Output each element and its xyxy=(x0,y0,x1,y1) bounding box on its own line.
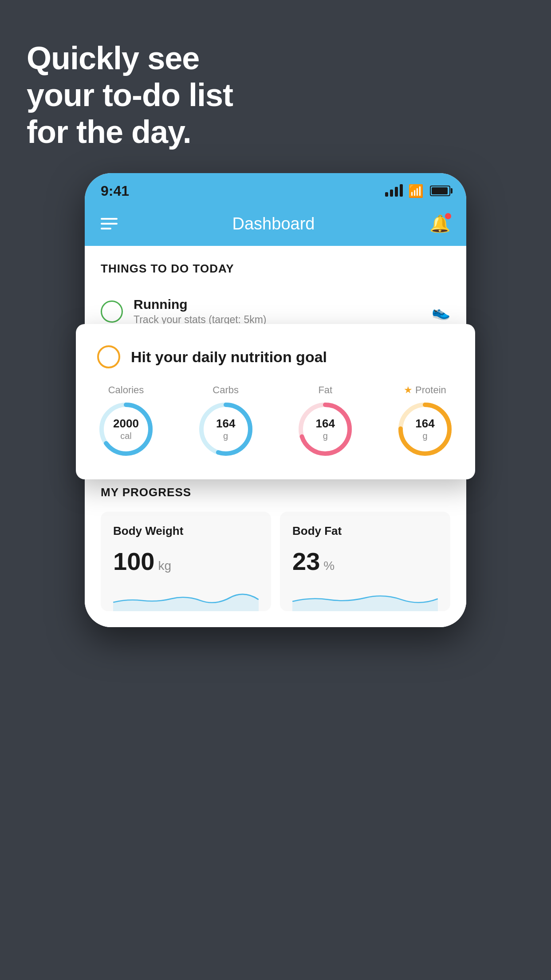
nutrition-card-title: Hit your daily nutrition goal xyxy=(131,348,327,366)
calories-value: 2000 xyxy=(113,417,139,431)
battery-icon xyxy=(430,186,450,196)
signal-icon xyxy=(385,185,403,197)
running-icon: 👟 xyxy=(432,303,450,320)
hero-line3: for the day. xyxy=(27,114,233,150)
hero-line1: Quickly see xyxy=(27,40,233,77)
hero-line2: your to-do list xyxy=(27,77,233,114)
carbs-label: Carbs xyxy=(213,384,239,396)
notification-bell-button[interactable]: 🔔 xyxy=(429,214,450,233)
calories-unit: cal xyxy=(120,431,132,441)
nutrition-circles-row: Calories 2000 cal Carbs xyxy=(97,384,454,458)
hero-text: Quickly see your to-do list for the day. xyxy=(27,40,233,150)
todo-check-circle xyxy=(101,300,123,323)
fat-label: Fat xyxy=(318,384,332,396)
nutrition-carbs: Carbs 164 g xyxy=(197,384,255,458)
todo-item-title: Running xyxy=(134,297,421,312)
body-weight-value: 100 xyxy=(113,547,154,576)
notification-dot xyxy=(445,213,451,219)
calories-label: Calories xyxy=(108,384,144,396)
body-fat-title: Body Fat xyxy=(292,524,438,538)
hamburger-menu-icon[interactable] xyxy=(101,218,118,229)
protein-value: 164 xyxy=(415,417,434,431)
status-bar: 9:41 📶 xyxy=(85,173,466,205)
body-fat-card[interactable]: Body Fat 23 % xyxy=(280,512,450,611)
calories-donut: 2000 cal xyxy=(97,400,155,458)
carbs-unit: g xyxy=(223,431,228,441)
body-fat-unit: % xyxy=(323,559,335,573)
status-time: 9:41 xyxy=(101,183,129,199)
wifi-icon: 📶 xyxy=(408,184,424,198)
fat-donut: 164 g xyxy=(296,400,354,458)
body-weight-card[interactable]: Body Weight 100 kg xyxy=(101,512,271,611)
protein-unit: g xyxy=(422,431,427,441)
fat-value: 164 xyxy=(316,417,335,431)
body-weight-title: Body Weight xyxy=(113,524,259,538)
things-section-header: THINGS TO DO TODAY xyxy=(85,246,466,285)
body-fat-chart xyxy=(292,585,438,611)
body-weight-chart xyxy=(113,585,259,611)
progress-cards: Body Weight 100 kg Body Fat 23 % xyxy=(101,512,450,611)
app-header: Dashboard 🔔 xyxy=(85,205,466,246)
nutrition-card: Hit your daily nutrition goal Calories 2… xyxy=(76,324,475,479)
status-icons: 📶 xyxy=(385,184,450,198)
carbs-donut: 164 g xyxy=(197,400,255,458)
progress-section: MY PROGRESS Body Weight 100 kg Bod xyxy=(85,464,466,627)
carbs-value: 164 xyxy=(216,417,235,431)
star-icon: ★ xyxy=(404,384,413,396)
body-fat-value: 23 xyxy=(292,547,320,576)
nutrition-fat: Fat 164 g xyxy=(296,384,354,458)
fat-unit: g xyxy=(323,431,328,441)
protein-label: ★ Protein xyxy=(404,384,446,396)
protein-donut: 164 g xyxy=(396,400,454,458)
nutrition-calories: Calories 2000 cal xyxy=(97,384,155,458)
nutrition-protein: ★ Protein 164 g xyxy=(396,384,454,458)
body-weight-unit: kg xyxy=(158,559,171,573)
header-title: Dashboard xyxy=(232,214,315,233)
nutrition-check-circle xyxy=(97,345,120,368)
progress-section-title: MY PROGRESS xyxy=(101,486,450,499)
